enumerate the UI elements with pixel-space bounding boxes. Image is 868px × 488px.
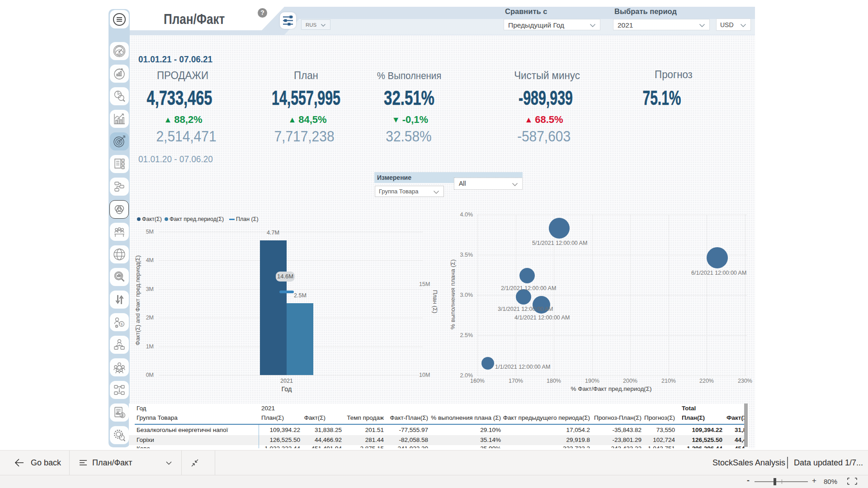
svg-text:1: 1 [123,159,124,161]
svg-text:3: 3 [123,166,124,169]
svg-text:2: 2 [123,163,124,165]
svg-text:$: $ [121,322,123,326]
svg-text:KPI: KPI [117,53,122,56]
